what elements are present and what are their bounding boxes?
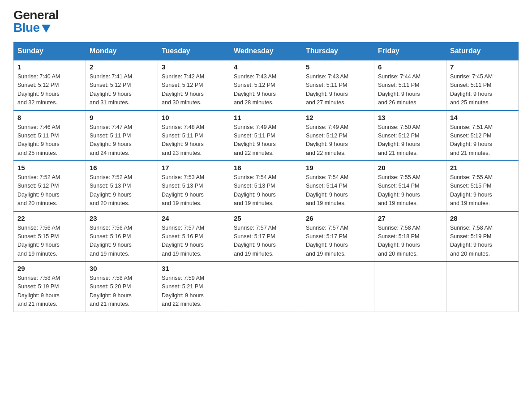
calendar-cell [230, 261, 302, 312]
day-info: Sunrise: 7:40 AMSunset: 5:12 PMDaylight:… [17, 73, 82, 107]
calendar-cell: 12Sunrise: 7:49 AMSunset: 5:12 PMDayligh… [302, 111, 374, 161]
day-info: Sunrise: 7:57 AMSunset: 5:17 PMDaylight:… [234, 224, 298, 259]
day-info: Sunrise: 7:48 AMSunset: 5:11 PMDaylight:… [162, 123, 226, 158]
day-number: 1 [17, 63, 82, 71]
day-number: 31 [162, 265, 226, 272]
page-header: General Blue [13, 9, 519, 34]
weekday-header-saturday: Saturday [446, 43, 519, 60]
day-info: Sunrise: 7:44 AMSunset: 5:11 PMDaylight:… [378, 73, 442, 107]
day-info: Sunrise: 7:53 AMSunset: 5:13 PMDaylight:… [162, 173, 226, 208]
day-number: 28 [450, 214, 515, 222]
calendar-cell: 9Sunrise: 7:47 AMSunset: 5:11 PMDaylight… [86, 111, 158, 161]
calendar-cell: 30Sunrise: 7:58 AMSunset: 5:20 PMDayligh… [86, 261, 158, 312]
calendar-cell: 17Sunrise: 7:53 AMSunset: 5:13 PMDayligh… [158, 161, 230, 211]
calendar-cell: 11Sunrise: 7:49 AMSunset: 5:11 PMDayligh… [230, 111, 302, 161]
day-info: Sunrise: 7:43 AMSunset: 5:12 PMDaylight:… [234, 73, 298, 107]
calendar-cell: 21Sunrise: 7:55 AMSunset: 5:15 PMDayligh… [446, 161, 519, 211]
calendar-cell: 29Sunrise: 7:58 AMSunset: 5:19 PMDayligh… [14, 261, 86, 312]
day-info: Sunrise: 7:51 AMSunset: 5:12 PMDaylight:… [450, 123, 515, 158]
day-number: 10 [162, 114, 226, 121]
day-number: 3 [162, 63, 226, 71]
weekday-header-monday: Monday [86, 43, 158, 60]
calendar-cell: 23Sunrise: 7:56 AMSunset: 5:16 PMDayligh… [86, 211, 158, 262]
day-number: 14 [450, 114, 515, 121]
calendar-cell: 6Sunrise: 7:44 AMSunset: 5:11 PMDaylight… [374, 60, 446, 111]
day-info: Sunrise: 7:56 AMSunset: 5:15 PMDaylight:… [17, 224, 82, 259]
day-info: Sunrise: 7:58 AMSunset: 5:20 PMDaylight:… [90, 274, 154, 309]
day-info: Sunrise: 7:58 AMSunset: 5:19 PMDaylight:… [17, 274, 82, 309]
day-number: 13 [378, 114, 442, 121]
week-row-3: 15Sunrise: 7:52 AMSunset: 5:12 PMDayligh… [14, 161, 519, 211]
day-number: 17 [162, 164, 226, 171]
calendar-cell: 15Sunrise: 7:52 AMSunset: 5:12 PMDayligh… [14, 161, 86, 211]
day-info: Sunrise: 7:52 AMSunset: 5:13 PMDaylight:… [90, 173, 154, 208]
day-number: 7 [450, 63, 515, 71]
day-number: 11 [234, 114, 298, 121]
day-number: 16 [90, 164, 154, 171]
calendar-cell: 20Sunrise: 7:55 AMSunset: 5:14 PMDayligh… [374, 161, 446, 211]
day-number: 18 [234, 164, 298, 171]
calendar-cell: 4Sunrise: 7:43 AMSunset: 5:12 PMDaylight… [230, 60, 302, 111]
day-number: 12 [306, 114, 370, 121]
day-number: 25 [234, 214, 298, 222]
weekday-header-row: SundayMondayTuesdayWednesdayThursdayFrid… [14, 43, 519, 60]
day-info: Sunrise: 7:55 AMSunset: 5:14 PMDaylight:… [378, 173, 442, 208]
calendar-cell [374, 261, 446, 312]
day-info: Sunrise: 7:57 AMSunset: 5:16 PMDaylight:… [162, 224, 226, 259]
day-info: Sunrise: 7:43 AMSunset: 5:11 PMDaylight:… [306, 73, 370, 107]
day-info: Sunrise: 7:58 AMSunset: 5:19 PMDaylight:… [450, 224, 515, 259]
day-info: Sunrise: 7:56 AMSunset: 5:16 PMDaylight:… [90, 224, 154, 259]
day-info: Sunrise: 7:49 AMSunset: 5:11 PMDaylight:… [234, 123, 298, 158]
calendar-cell: 1Sunrise: 7:40 AMSunset: 5:12 PMDaylight… [14, 60, 86, 111]
calendar-cell: 16Sunrise: 7:52 AMSunset: 5:13 PMDayligh… [86, 161, 158, 211]
day-info: Sunrise: 7:57 AMSunset: 5:17 PMDaylight:… [306, 224, 370, 259]
calendar-table: SundayMondayTuesdayWednesdayThursdayFrid… [13, 42, 519, 312]
calendar-cell: 24Sunrise: 7:57 AMSunset: 5:16 PMDayligh… [158, 211, 230, 262]
day-number: 26 [306, 214, 370, 222]
weekday-header-wednesday: Wednesday [230, 43, 302, 60]
day-number: 4 [234, 63, 298, 71]
logo-triangle-icon [42, 25, 51, 33]
day-info: Sunrise: 7:47 AMSunset: 5:11 PMDaylight:… [90, 123, 154, 158]
calendar-cell: 26Sunrise: 7:57 AMSunset: 5:17 PMDayligh… [302, 211, 374, 262]
logo-blue-text: Blue [13, 21, 51, 34]
week-row-5: 29Sunrise: 7:58 AMSunset: 5:19 PMDayligh… [14, 261, 519, 312]
calendar-cell: 27Sunrise: 7:58 AMSunset: 5:18 PMDayligh… [374, 211, 446, 262]
day-info: Sunrise: 7:46 AMSunset: 5:11 PMDaylight:… [17, 123, 82, 158]
week-row-2: 8Sunrise: 7:46 AMSunset: 5:11 PMDaylight… [14, 111, 519, 161]
calendar-cell: 31Sunrise: 7:59 AMSunset: 5:21 PMDayligh… [158, 261, 230, 312]
day-number: 29 [17, 265, 82, 272]
calendar-cell: 13Sunrise: 7:50 AMSunset: 5:12 PMDayligh… [374, 111, 446, 161]
day-number: 20 [378, 164, 442, 171]
calendar-cell [446, 261, 519, 312]
calendar-cell: 22Sunrise: 7:56 AMSunset: 5:15 PMDayligh… [14, 211, 86, 262]
day-info: Sunrise: 7:41 AMSunset: 5:12 PMDaylight:… [90, 73, 154, 107]
day-info: Sunrise: 7:45 AMSunset: 5:11 PMDaylight:… [450, 73, 515, 107]
weekday-header-thursday: Thursday [302, 43, 374, 60]
calendar-cell: 8Sunrise: 7:46 AMSunset: 5:11 PMDaylight… [14, 111, 86, 161]
day-number: 22 [17, 214, 82, 222]
calendar-cell: 2Sunrise: 7:41 AMSunset: 5:12 PMDaylight… [86, 60, 158, 111]
day-info: Sunrise: 7:58 AMSunset: 5:18 PMDaylight:… [378, 224, 442, 259]
calendar-cell: 18Sunrise: 7:54 AMSunset: 5:13 PMDayligh… [230, 161, 302, 211]
day-info: Sunrise: 7:50 AMSunset: 5:12 PMDaylight:… [378, 123, 442, 158]
calendar-cell: 25Sunrise: 7:57 AMSunset: 5:17 PMDayligh… [230, 211, 302, 262]
day-number: 24 [162, 214, 226, 222]
day-info: Sunrise: 7:42 AMSunset: 5:12 PMDaylight:… [162, 73, 226, 107]
day-info: Sunrise: 7:55 AMSunset: 5:15 PMDaylight:… [450, 173, 515, 208]
calendar-cell [302, 261, 374, 312]
calendar-cell: 28Sunrise: 7:58 AMSunset: 5:19 PMDayligh… [446, 211, 519, 262]
day-number: 6 [378, 63, 442, 71]
calendar-cell: 7Sunrise: 7:45 AMSunset: 5:11 PMDaylight… [446, 60, 519, 111]
day-number: 23 [90, 214, 154, 222]
calendar-cell: 3Sunrise: 7:42 AMSunset: 5:12 PMDaylight… [158, 60, 230, 111]
day-number: 5 [306, 63, 370, 71]
day-number: 27 [378, 214, 442, 222]
week-row-4: 22Sunrise: 7:56 AMSunset: 5:15 PMDayligh… [14, 211, 519, 262]
day-number: 21 [450, 164, 515, 171]
weekday-header-tuesday: Tuesday [158, 43, 230, 60]
weekday-header-friday: Friday [374, 43, 446, 60]
weekday-header-sunday: Sunday [14, 43, 86, 60]
day-info: Sunrise: 7:49 AMSunset: 5:12 PMDaylight:… [306, 123, 370, 158]
day-number: 8 [17, 114, 82, 121]
